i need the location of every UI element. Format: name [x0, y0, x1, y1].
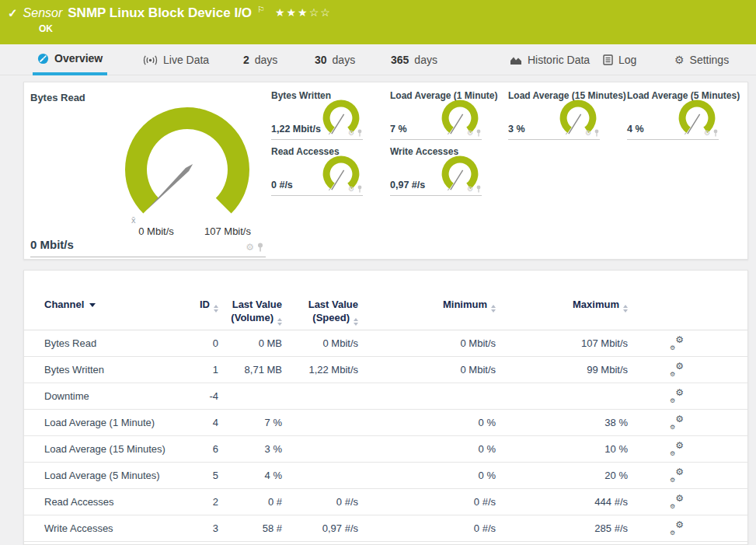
tab-number: 365	[391, 54, 409, 66]
pin-icon[interactable]	[357, 185, 363, 193]
edit-channel-icon[interactable]: ⚙⚙	[670, 495, 684, 508]
gauge-settings-icon[interactable]: ⚙	[704, 129, 710, 137]
gauge-load-average-5min[interactable]: Load Average (5 Minutes) 4 % ⚙	[627, 90, 719, 140]
flag-icon[interactable]: ⚐	[257, 5, 265, 15]
edit-channel-icon[interactable]: ⚙⚙	[670, 442, 684, 456]
pin-icon[interactable]	[476, 185, 482, 193]
minimum-value: 0 %	[358, 470, 496, 481]
table-row-bytes-written[interactable]: Bytes Written 1 8,71 MB 1,22 Mbit/s 0 Mb…	[24, 357, 747, 383]
channel-name[interactable]: Write Accesses	[44, 522, 195, 534]
gauge-settings-icon[interactable]: ⚙	[246, 242, 254, 253]
tab-overview[interactable]: Overview	[33, 44, 107, 75]
channel-name[interactable]: Load Average (15 Minutes)	[44, 443, 195, 455]
tab-365-days[interactable]: 365 days	[386, 44, 442, 75]
tab-label: Settings	[690, 54, 730, 66]
maximum-value: 20 %	[496, 470, 628, 481]
minimum-value: 0 %	[358, 417, 496, 428]
column-header-minimum[interactable]: Minimum	[358, 299, 496, 330]
tab-2-days[interactable]: 2 days	[239, 44, 282, 75]
pin-icon[interactable]	[476, 129, 482, 137]
gear-icon: ⚙	[674, 54, 685, 66]
column-header-last-value-volume[interactable]: Last Value (Volume)	[218, 299, 282, 330]
channel-name[interactable]: Load Average (5 Minutes)	[44, 470, 195, 481]
pin-icon[interactable]	[594, 129, 600, 137]
column-header-channel[interactable]: Channel	[44, 299, 195, 330]
pin-icon[interactable]	[256, 243, 264, 252]
stars-filled[interactable]: ★★★	[275, 6, 309, 19]
column-header-last-value-speed[interactable]: Last Value (Speed)	[282, 299, 358, 330]
last-value-volume: 0 MB	[218, 337, 282, 349]
gauge-settings-icon[interactable]: ⚙	[467, 129, 473, 137]
column-label: Maximum	[573, 299, 619, 310]
gauge-settings-icon[interactable]: ⚙	[348, 129, 354, 137]
channel-name[interactable]: Downtime	[44, 390, 195, 402]
table-row-write-accesses[interactable]: Write Accesses 3 58 # 0,97 #/s 0 #/s 285…	[24, 515, 747, 542]
last-value-speed: 0 #/s	[282, 496, 358, 508]
table-row-load-average-5min[interactable]: Load Average (5 Minutes) 5 4 % 0 % 20 % …	[24, 463, 747, 489]
channel-id: 3	[195, 522, 218, 534]
column-label: Channel	[44, 299, 84, 310]
gauge-current-value: 0 Mbit/s	[30, 238, 74, 251]
table-row-bytes-read[interactable]: Bytes Read 0 0 MB 0 Mbit/s 0 Mbit/s 107 …	[24, 330, 747, 357]
edit-channel-icon[interactable]: ⚙⚙	[670, 522, 684, 535]
channel-id: 5	[195, 470, 218, 481]
edit-channel-icon[interactable]: ⚙⚙	[670, 390, 684, 403]
tab-label: Log	[618, 54, 636, 66]
priority-stars[interactable]: ★★★☆☆	[275, 6, 332, 19]
last-value-volume: 7 %	[218, 417, 282, 428]
table-row-load-average-15min[interactable]: Load Average (15 Minutes) 6 3 % 0 % 10 %…	[24, 436, 747, 463]
gauge-bytes-written[interactable]: Bytes Written 1,22 Mbit/s ⚙	[271, 90, 363, 140]
gauge-load-average-1min[interactable]: Load Average (1 Minute) 7 % ⚙	[390, 90, 482, 140]
last-value-volume: 3 %	[218, 443, 282, 455]
gauge-settings-icon[interactable]: ⚙	[348, 185, 354, 193]
gauge-current-value: 3 %	[508, 124, 525, 135]
gauge-current-value: 1,22 Mbit/s	[271, 124, 321, 135]
pin-icon[interactable]	[357, 129, 363, 137]
column-label: Minimum	[443, 299, 487, 310]
gauge-min-label: 0 Mbit/s	[129, 225, 183, 237]
last-value-speed: 1,22 Mbit/s	[282, 364, 358, 376]
page-title: SNMP Linux Block Device I/O	[68, 5, 252, 21]
channel-id: -4	[195, 390, 218, 402]
last-value-speed: 0 Mbit/s	[282, 337, 358, 349]
gauge-bytes-read[interactable]: Bytes Read x̄ 0 Mbit/s 107 Mbit/s 0 Mbit…	[30, 90, 266, 257]
edit-channel-icon[interactable]: ⚙⚙	[670, 416, 684, 429]
stars-empty[interactable]: ☆☆	[309, 6, 332, 19]
primary-gauge-dial: x̄	[121, 103, 253, 236]
channel-name[interactable]: Load Average (1 Minute)	[44, 417, 195, 428]
tab-log[interactable]: Log	[598, 44, 641, 75]
table-row-read-accesses[interactable]: Read Accesses 2 0 # 0 #/s 0 #/s 444 #/s …	[24, 489, 747, 515]
gauge-write-accesses[interactable]: Write Accesses 0,97 #/s ⚙	[390, 146, 482, 196]
channels-table: Channel ID Last Value (Volume) Last Valu…	[24, 271, 747, 542]
gauge-settings-icon[interactable]: ⚙	[467, 185, 473, 193]
tab-bar: Overview Live Data 2 days 30 days 365 da…	[0, 44, 756, 75]
pin-icon[interactable]	[712, 129, 719, 137]
tab-label: days	[255, 54, 278, 66]
column-header-maximum[interactable]: Maximum	[496, 299, 628, 330]
gauge-current-value: 0 #/s	[271, 180, 293, 190]
tab-historic-data[interactable]: Historic Data	[505, 44, 594, 75]
gauge-settings-icon[interactable]: ⚙	[585, 129, 591, 137]
channel-name[interactable]: Bytes Written	[44, 364, 195, 376]
log-icon	[603, 54, 613, 65]
gauge-read-accesses[interactable]: Read Accesses 0 #/s ⚙	[271, 146, 363, 196]
broadcast-icon	[143, 55, 158, 65]
tab-30-days[interactable]: 30 days	[310, 44, 360, 75]
gauge-icon	[37, 53, 49, 65]
column-header-id[interactable]: ID	[195, 299, 218, 330]
edit-channel-icon[interactable]: ⚙⚙	[670, 469, 684, 482]
table-header-row: Channel ID Last Value (Volume) Last Valu…	[24, 271, 747, 330]
table-row-downtime[interactable]: Downtime -4 ⚙⚙	[24, 383, 747, 410]
edit-channel-icon[interactable]: ⚙⚙	[670, 363, 684, 376]
tab-settings[interactable]: ⚙ Settings	[670, 44, 733, 75]
last-value-speed: 0,97 #/s	[282, 522, 358, 534]
gauge-title: Bytes Read	[30, 92, 85, 103]
channel-name[interactable]: Read Accesses	[44, 496, 195, 508]
edit-channel-icon[interactable]: ⚙⚙	[670, 337, 684, 350]
object-kind-label: Sensor	[23, 6, 63, 20]
tab-number: 2	[243, 54, 249, 66]
tab-live-data[interactable]: Live Data	[138, 44, 214, 75]
channel-name[interactable]: Bytes Read	[44, 337, 195, 349]
gauge-load-average-15min[interactable]: Load Average (15 Minutes) 3 % ⚙	[508, 90, 600, 140]
table-row-load-average-1min[interactable]: Load Average (1 Minute) 4 7 % 0 % 38 % ⚙…	[24, 410, 747, 436]
